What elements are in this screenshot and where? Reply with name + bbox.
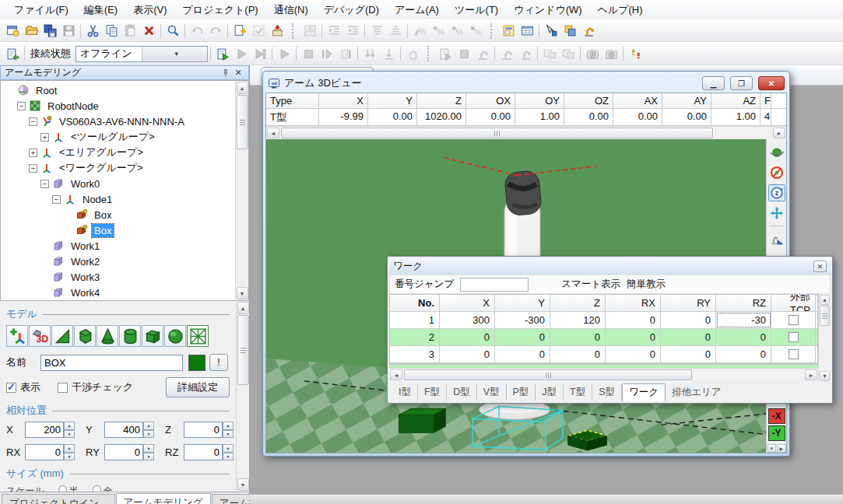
- dialog-tab-I型[interactable]: I型: [392, 384, 418, 401]
- work-cell[interactable]: -300: [495, 312, 550, 328]
- pause-step-button[interactable]: [318, 45, 336, 63]
- brk-edit-button[interactable]: %: [410, 22, 429, 40]
- tree-item-Work0[interactable]: −Work0: [1, 176, 235, 191]
- restore-button[interactable]: ❐: [730, 76, 753, 90]
- step-over-button[interactable]: [336, 45, 355, 63]
- scroll-down-arrow[interactable]: ▼: [237, 287, 248, 299]
- robot-config-button[interactable]: [473, 45, 492, 63]
- tree-item-Node1[interactable]: −Node1: [1, 191, 235, 207]
- page-transfer-button[interactable]: [3, 45, 22, 63]
- work-cell[interactable]: 120: [550, 312, 606, 328]
- z-input[interactable]: [184, 422, 223, 438]
- select-robot-button[interactable]: [542, 22, 560, 40]
- form-button[interactable]: [499, 22, 518, 40]
- model-cylinder-button[interactable]: [119, 325, 141, 347]
- connection-status-combobox[interactable]: オフライン ▼: [76, 46, 208, 62]
- menu-item[interactable]: ウィンドウ(W): [506, 1, 589, 19]
- spinner-arrows[interactable]: ▲▼: [223, 422, 234, 438]
- stop-button[interactable]: [455, 45, 473, 63]
- align-bottom-button[interactable]: [386, 22, 405, 40]
- tree-item-ワークグループ[interactable]: −<ワークグループ>: [1, 160, 235, 176]
- rz-input[interactable]: [184, 444, 223, 460]
- minimize-button[interactable]: ▁: [702, 76, 725, 90]
- redo-button[interactable]: [206, 22, 225, 40]
- menu-item[interactable]: 通信(N): [266, 1, 316, 19]
- scroll-up-arrow[interactable]: ▲: [237, 82, 248, 94]
- collision-check-checkbox[interactable]: [58, 383, 68, 393]
- step-end-button[interactable]: [251, 45, 269, 63]
- work-cell[interactable]: 0: [495, 329, 550, 345]
- run-file-button[interactable]: [436, 45, 455, 63]
- external-tcp-checkbox[interactable]: [789, 315, 799, 325]
- dialog-tab-T型[interactable]: T型: [564, 384, 592, 401]
- menu-item[interactable]: プロジェクト(P): [175, 1, 266, 19]
- menu-item[interactable]: 編集(E): [76, 1, 125, 19]
- tree-item-Box[interactable]: Box: [1, 222, 235, 238]
- view-neg-y-button[interactable]: -Y: [768, 425, 785, 441]
- scroll-thumb[interactable]: [237, 315, 249, 385]
- scroll-left-arrow[interactable]: ◄: [390, 369, 402, 380]
- layer-toggle-button[interactable]: [560, 22, 579, 40]
- tree-item-RobotNode[interactable]: −RobotNode: [1, 98, 235, 114]
- tree-item-Box[interactable]: Box: [1, 207, 235, 222]
- external-tcp-checkbox[interactable]: [789, 332, 799, 342]
- tree-item-Work1[interactable]: Work1: [1, 238, 235, 254]
- run-file-button[interactable]: [213, 45, 232, 63]
- tree-item-Root[interactable]: Root: [1, 82, 235, 98]
- save-button[interactable]: [59, 22, 78, 40]
- camera-button[interactable]: [602, 45, 620, 63]
- brk-a-button[interactable]: %: [429, 22, 448, 40]
- dialog-tab-F型[interactable]: F型: [418, 384, 447, 401]
- cut-button[interactable]: [83, 22, 102, 40]
- robot-config-button[interactable]: [579, 22, 598, 40]
- work-cell[interactable]: 0: [661, 346, 716, 362]
- ry-input[interactable]: [104, 444, 143, 460]
- scroll-up-arrow[interactable]: ▲: [820, 295, 830, 305]
- view-neg-x-button[interactable]: -X: [768, 408, 785, 424]
- spinner-arrows[interactable]: ▲▼: [143, 422, 154, 438]
- close-button[interactable]: ✕: [758, 76, 785, 90]
- work-cell[interactable]: 0: [606, 312, 661, 328]
- work-cell[interactable]: 0: [661, 312, 716, 328]
- camera-button[interactable]: [583, 45, 602, 63]
- tile-windows-button[interactable]: [300, 22, 319, 40]
- close-icon[interactable]: ✕: [813, 261, 827, 272]
- dialog-vscrollbar[interactable]: ▲ ▼: [818, 294, 831, 382]
- model-axis-button[interactable]: [6, 325, 28, 347]
- scroll-left-arrow[interactable]: ◄: [267, 128, 279, 138]
- work-cell[interactable]: 300: [440, 312, 495, 328]
- color-swatch-button[interactable]: [188, 355, 205, 371]
- work-cell[interactable]: 0: [550, 329, 606, 345]
- save-all-button[interactable]: [40, 22, 59, 40]
- search-button[interactable]: [163, 22, 182, 40]
- down-one-button[interactable]: [379, 45, 398, 63]
- work-cell[interactable]: -30: [716, 312, 771, 328]
- dialog-tab-P型[interactable]: P型: [507, 384, 536, 401]
- tree-item-ツールグループ[interactable]: +<ツールグループ>: [1, 129, 235, 145]
- delete-button[interactable]: [139, 22, 158, 40]
- dialog-tab-S型[interactable]: S型: [592, 384, 622, 401]
- rx-input[interactable]: [25, 444, 64, 460]
- stop-button[interactable]: [299, 45, 318, 63]
- show-checkbox[interactable]: [6, 383, 16, 393]
- import-button[interactable]: [268, 22, 286, 40]
- collapse-toggle[interactable]: −: [17, 102, 26, 110]
- footsteps-button[interactable]: [626, 45, 645, 63]
- brk-c-button[interactable]: %: [466, 22, 485, 40]
- work-cell[interactable]: 0: [440, 329, 495, 345]
- dialog-tab-V型[interactable]: V型: [477, 384, 507, 401]
- collapse-toggle[interactable]: −: [29, 117, 37, 126]
- smart-display-button[interactable]: スマート表示: [561, 278, 620, 291]
- collapse-toggle[interactable]: −: [40, 180, 49, 188]
- work-cell[interactable]: 0: [606, 329, 661, 345]
- paste-button[interactable]: [121, 22, 139, 40]
- new-item-button[interactable]: [230, 22, 249, 40]
- scroll-thumb[interactable]: [237, 95, 248, 149]
- dialog-tab-D型[interactable]: D型: [447, 384, 477, 401]
- robot-config-button[interactable]: [516, 45, 535, 63]
- panel-scrollbar[interactable]: ▲ ▼: [236, 301, 249, 492]
- pin-icon[interactable]: [220, 67, 232, 79]
- brk-b-button[interactable]: %: [448, 22, 466, 40]
- tree-item-エリアグループ[interactable]: +<エリアグループ>: [1, 145, 235, 160]
- dialog-hscrollbar[interactable]: ◄ ►: [389, 368, 818, 381]
